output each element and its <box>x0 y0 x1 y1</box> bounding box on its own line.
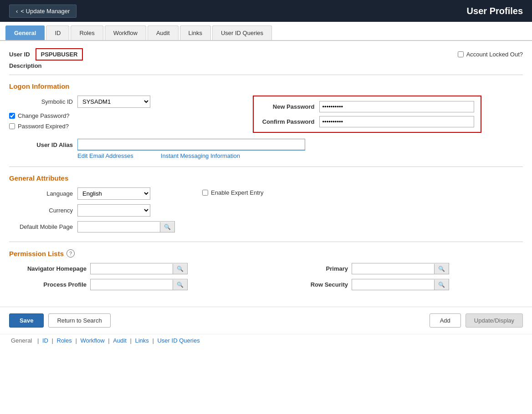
password-expired-checkbox[interactable] <box>9 123 15 129</box>
process-profile-search: 🔍 <box>90 279 188 290</box>
navigator-homepage-input[interactable] <box>91 263 173 274</box>
process-profile-search-btn[interactable]: 🔍 <box>173 280 187 290</box>
navigator-homepage-row: Navigator Homepage 🔍 <box>18 263 261 274</box>
default-mobile-search-btn[interactable]: 🔍 <box>160 222 174 232</box>
page-title: User Profiles <box>467 6 523 16</box>
default-mobile-search: 🔍 <box>77 221 175 232</box>
new-password-label: New Password <box>260 103 315 110</box>
bottom-nav-links[interactable]: Links <box>135 337 148 344</box>
symbolic-id-label: Symbolic ID <box>9 98 73 105</box>
add-button[interactable]: Add <box>430 313 461 328</box>
footer-left-buttons: Save Return to Search <box>9 313 111 328</box>
navigator-homepage-search-btn[interactable]: 🔍 <box>173 264 187 274</box>
row-security-search: 🔍 <box>352 279 449 290</box>
currency-select[interactable] <box>77 204 150 217</box>
primary-input[interactable] <box>352 263 434 274</box>
default-mobile-row: Default Mobile Page 🔍 <box>9 221 175 232</box>
back-icon: ‹ <box>16 8 18 15</box>
change-password-row: Change Password? <box>9 112 235 119</box>
main-content: User ID PSPUBUSER Account Locked Out? De… <box>0 41 532 298</box>
primary-search-btn[interactable]: 🔍 <box>434 264 449 274</box>
general-attributes-right: Enable Expert Entry <box>202 187 264 200</box>
tabs-bar: General ID Roles Workflow Audit Links Us… <box>0 22 532 41</box>
tab-userid-queries[interactable]: User ID Queries <box>212 25 272 40</box>
confirm-password-input[interactable] <box>319 116 474 127</box>
bottom-nav-id[interactable]: ID <box>42 337 48 344</box>
row-security-search-btn[interactable]: 🔍 <box>434 280 449 290</box>
new-password-input[interactable] <box>319 101 474 112</box>
user-id-row: User ID PSPUBUSER Account Locked Out? <box>9 48 523 61</box>
language-select[interactable]: English French Spanish German <box>77 187 150 200</box>
process-profile-row: Process Profile 🔍 <box>18 279 261 290</box>
tab-workflow[interactable]: Workflow <box>105 25 146 40</box>
row-security-label: Row Security <box>280 281 348 288</box>
enable-expert-row: Enable Expert Entry <box>202 189 264 196</box>
permission-lists-header-row: Permission Lists ? <box>9 249 523 257</box>
footer-right-buttons: Add Update/Display <box>430 313 523 328</box>
process-profile-input[interactable] <box>91 279 173 290</box>
permission-lists-help-icon[interactable]: ? <box>66 249 75 257</box>
currency-label: Currency <box>9 207 73 214</box>
bottom-nav-workflow[interactable]: Workflow <box>80 337 104 344</box>
navigator-homepage-search: 🔍 <box>90 263 188 274</box>
navigator-homepage-label: Navigator Homepage <box>18 265 87 272</box>
enable-expert-label: Enable Expert Entry <box>211 189 264 196</box>
bottom-nav-sep-2: | <box>52 337 55 344</box>
tab-audit[interactable]: Audit <box>148 25 179 40</box>
user-id-label: User ID <box>9 51 30 58</box>
general-attributes-left: Language English French Spanish German C… <box>9 187 175 237</box>
update-display-button[interactable]: Update/Display <box>466 313 523 328</box>
bottom-nav: General | ID | Roles | Workflow | Audit … <box>0 334 532 347</box>
account-locked-checkbox[interactable] <box>458 51 464 57</box>
permission-lists-header: Permission Lists <box>9 250 64 257</box>
primary-search: 🔍 <box>352 263 449 274</box>
return-to-search-button[interactable]: Return to Search <box>48 313 110 328</box>
account-locked-row: Account Locked Out? <box>458 51 523 58</box>
logon-section-header: Logon Information <box>9 82 523 90</box>
bottom-nav-userid-queries[interactable]: User ID Queries <box>157 337 200 344</box>
tab-roles[interactable]: Roles <box>71 25 103 40</box>
alias-label: User ID Alias <box>9 141 73 148</box>
back-button[interactable]: ‹ < Update Manager <box>9 5 77 18</box>
header: ‹ < Update Manager User Profiles <box>0 0 532 22</box>
default-mobile-label: Default Mobile Page <box>9 223 73 230</box>
confirm-password-label: Confirm Password <box>260 118 315 125</box>
tab-general[interactable]: General <box>5 25 45 40</box>
bottom-nav-roles[interactable]: Roles <box>57 337 72 344</box>
enable-expert-checkbox[interactable] <box>202 190 208 196</box>
bottom-nav-sep-1: | <box>37 337 41 344</box>
edit-email-link[interactable]: Edit Email Addresses <box>77 152 133 159</box>
row-security-row: Row Security 🔍 <box>280 279 523 290</box>
links-row: Edit Email Addresses Instant Messaging I… <box>77 152 523 159</box>
back-label: < Update Manager <box>20 8 70 15</box>
currency-row: Currency <box>9 204 175 217</box>
symbolic-id-row: Symbolic ID SYSADM1 <box>9 96 235 108</box>
alias-row: User ID Alias <box>9 139 523 151</box>
bottom-nav-sep-3: | <box>75 337 78 344</box>
change-password-checkbox[interactable] <box>9 113 15 119</box>
save-button[interactable]: Save <box>9 313 44 328</box>
user-id-value: PSPUBUSER <box>36 48 83 61</box>
primary-row: Primary 🔍 <box>280 263 523 274</box>
bottom-nav-sep-6: | <box>152 337 155 344</box>
password-expired-row: Password Expired? <box>9 123 235 130</box>
row-security-input[interactable] <box>352 279 434 290</box>
primary-label: Primary <box>280 265 348 272</box>
alias-input[interactable] <box>77 139 305 151</box>
tab-links[interactable]: Links <box>180 25 211 40</box>
bottom-nav-audit[interactable]: Audit <box>113 337 127 344</box>
language-label: Language <box>9 190 73 197</box>
account-locked-label: Account Locked Out? <box>466 51 523 58</box>
permission-lists-grid: Navigator Homepage 🔍 Primary 🔍 Process P… <box>18 263 523 290</box>
change-password-label: Change Password? <box>18 112 69 119</box>
password-section: New Password Confirm Password <box>253 96 481 133</box>
tab-id[interactable]: ID <box>46 25 69 40</box>
bottom-nav-sep-4: | <box>108 337 111 344</box>
language-row: Language English French Spanish German <box>9 187 175 200</box>
bottom-nav-general: General <box>11 337 32 344</box>
description-label: Description <box>9 62 523 69</box>
symbolic-id-select[interactable]: SYSADM1 <box>77 96 150 108</box>
instant-msg-link[interactable]: Instant Messaging Information <box>161 152 240 159</box>
confirm-password-row: Confirm Password <box>260 116 474 127</box>
default-mobile-input[interactable] <box>78 222 160 232</box>
